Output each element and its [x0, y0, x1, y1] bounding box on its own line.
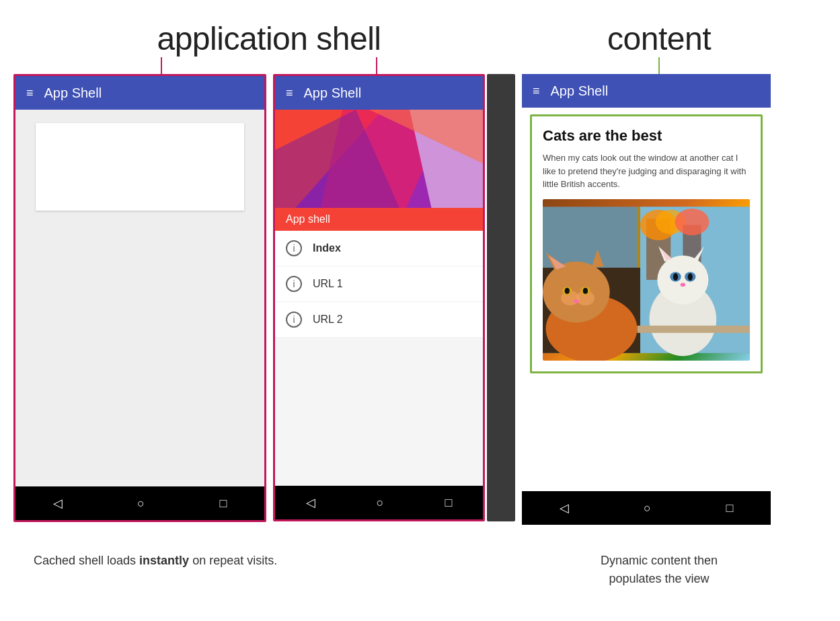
- left-app-bar: ≡ App Shell: [15, 76, 264, 110]
- left-hamburger-icon: ≡: [26, 87, 34, 99]
- left-phone-frame: ≡ App Shell ◁ ○ □: [13, 74, 266, 522]
- menu-item-url2: i URL 2: [275, 302, 483, 338]
- left-nav-bar: ◁ ○ □: [15, 486, 264, 520]
- content-text: When my cats look out the window at anot…: [543, 151, 750, 191]
- right-caption-line1: Dynamic content then: [601, 554, 718, 567]
- svg-point-26: [574, 299, 578, 302]
- right-nav-bar: ◁ ○ □: [522, 491, 771, 525]
- app-shell-label-wrapper: application shell: [13, 13, 525, 57]
- svg-point-35: [688, 273, 693, 281]
- info-icon-url2: i: [286, 312, 302, 328]
- right-recents-icon: □: [726, 501, 733, 515]
- right-home-icon: ○: [644, 501, 651, 515]
- svg-point-16: [543, 261, 610, 322]
- dark-side-panel: [487, 74, 515, 521]
- menu-item-url1: i URL 1: [275, 266, 483, 302]
- content-placeholder: [36, 123, 244, 211]
- svg-point-25: [583, 287, 588, 293]
- application-shell-label: application shell: [157, 21, 381, 57]
- right-connector: [525, 57, 794, 74]
- right-phone-wrapper: ≡ App Shell Cats are the best When my ca…: [522, 74, 771, 525]
- left-phone-wrapper: ≡ App Shell ◁ ○ □: [13, 74, 266, 522]
- middle-phone-frame: ≡ App Shell: [273, 74, 485, 521]
- middle-home-icon: ○: [377, 496, 384, 510]
- middle-recents-icon: □: [445, 496, 453, 510]
- phones-row: ≡ App Shell ◁ ○ □: [13, 74, 827, 525]
- content-title: Cats are the best: [543, 127, 750, 145]
- left-app-bar-title: App Shell: [44, 85, 102, 101]
- middle-hamburger-icon: ≡: [286, 87, 293, 99]
- menu-item-url2-label: URL 2: [313, 314, 343, 326]
- header-row: application shell content: [13, 13, 827, 57]
- app-shell-overlay-label: App shell: [275, 208, 483, 231]
- right-caption-line2: populates the view: [609, 572, 709, 585]
- menu-item-index-label: Index: [313, 242, 341, 254]
- right-connector-line: [658, 57, 660, 74]
- right-connector-inner: [658, 57, 660, 74]
- info-icon-url1: i: [286, 276, 302, 292]
- svg-point-34: [673, 273, 678, 281]
- right-back-icon: ◁: [560, 501, 569, 515]
- content-box-green: Cats are the best When my cats look out …: [530, 114, 763, 373]
- right-phone-body: Cats are the best When my cats look out …: [522, 114, 771, 491]
- content-label: content: [607, 21, 711, 57]
- svg-rect-37: [637, 325, 750, 332]
- middle-connector: [376, 57, 377, 74]
- right-phone-frame: ≡ App Shell Cats are the best When my ca…: [522, 74, 771, 525]
- left-back-icon: ◁: [53, 496, 63, 511]
- colorful-image-area: App shell: [275, 110, 483, 231]
- left-recents-icon: □: [219, 497, 227, 511]
- cat-image: [543, 199, 750, 361]
- svg-point-24: [565, 287, 570, 293]
- left-connector-line: [161, 57, 162, 74]
- cat-svg: [543, 199, 750, 361]
- menu-item-url1-label: URL 1: [313, 278, 343, 290]
- menu-list: i Index i URL 1 i URL 2: [275, 231, 483, 486]
- left-connector: [161, 57, 162, 74]
- left-caption-prefix: Cached shell loads: [34, 554, 139, 567]
- connector-row: [13, 57, 827, 74]
- left-caption-suffix: on repeat visits.: [189, 554, 277, 567]
- left-caption-bold: instantly: [139, 554, 189, 567]
- middle-app-bar: ≡ App Shell: [275, 76, 483, 110]
- right-caption: Dynamic content then populates the view: [525, 552, 794, 588]
- right-app-bar-title: App Shell: [551, 83, 609, 99]
- info-icon-index: i: [286, 240, 302, 256]
- content-label-wrapper: content: [525, 13, 794, 57]
- page-wrapper: application shell content: [0, 0, 840, 588]
- svg-point-12: [675, 209, 710, 235]
- left-caption: Cached shell loads instantly on repeat v…: [27, 552, 525, 570]
- menu-item-index: i Index: [275, 231, 483, 266]
- middle-phone-group: ≡ App Shell: [273, 74, 515, 521]
- menu-filler: [275, 338, 483, 486]
- right-caption-wrapper: Dynamic content then populates the view: [525, 538, 794, 588]
- middle-nav-bar: ◁ ○ □: [275, 486, 483, 519]
- left-caption-wrapper: Cached shell loads instantly on repeat v…: [13, 538, 525, 588]
- left-home-icon: ○: [137, 497, 145, 511]
- right-app-bar: ≡ App Shell: [522, 74, 771, 108]
- left-connectors: [13, 57, 525, 74]
- middle-app-bar-title: App Shell: [304, 85, 362, 101]
- right-hamburger-icon: ≡: [533, 85, 540, 97]
- captions-row: Cached shell loads instantly on repeat v…: [13, 538, 827, 588]
- svg-point-28: [657, 255, 708, 303]
- middle-connector-line: [376, 57, 377, 74]
- left-phone-body: [15, 110, 264, 486]
- middle-back-icon: ◁: [306, 495, 315, 510]
- svg-point-36: [681, 283, 685, 286]
